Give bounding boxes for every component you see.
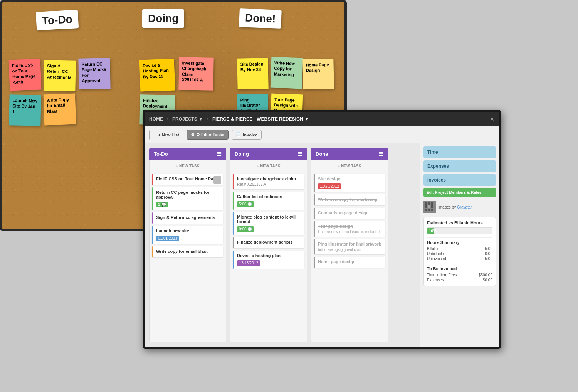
svg-rect-9 bbox=[431, 209, 434, 211]
invoice-row-expenses: Expenses $0.00 bbox=[427, 278, 492, 283]
task-title: Return CC page mocks for approval bbox=[156, 190, 220, 199]
task-card[interactable]: Write copy for email blast bbox=[152, 246, 223, 257]
task-note: Ensure new menu layout is included bbox=[318, 230, 382, 234]
task-card[interactable]: Finalize deployment scripts bbox=[233, 237, 304, 248]
task-card[interactable]: Return CC page mocks for approval 1 💬 bbox=[152, 187, 223, 210]
hours-summary-title: Hours Summary bbox=[427, 237, 492, 245]
edit-members-button[interactable]: Edit Project Members & Rates bbox=[423, 188, 496, 197]
task-title: Sign & Return cc agreements bbox=[156, 215, 220, 220]
sticky-s4: Devise a Hosting Plan By Dec 15 bbox=[139, 59, 175, 91]
nav-home[interactable]: HOME bbox=[149, 116, 163, 122]
col-body-done: + NEW TASK Site design 11/28/2012 Write … bbox=[311, 160, 388, 342]
task-due-date: 01/01/2013 bbox=[156, 236, 179, 241]
task-card[interactable]: Site design 11/28/2012 bbox=[314, 174, 385, 192]
task-card[interactable]: Ping illustrator for final artwork bobdr… bbox=[314, 239, 385, 254]
plus-icon: + bbox=[153, 132, 156, 138]
col-body-todo: + NEW TASK Fix IE CSS on Tour Home Page … bbox=[149, 160, 226, 342]
svg-rect-4 bbox=[425, 205, 427, 208]
svg-rect-1 bbox=[425, 202, 427, 205]
task-title: Devise a hosting plan bbox=[237, 253, 301, 258]
clock-icon: 🕐 bbox=[247, 202, 252, 206]
new-list-button[interactable]: + + New List bbox=[149, 130, 183, 140]
task-title: Write new copy for marketing bbox=[318, 197, 382, 202]
chat-icon: 💬 bbox=[161, 202, 166, 207]
progress-bar-fill: 10% bbox=[427, 228, 434, 234]
close-icon[interactable]: ✕ bbox=[490, 116, 494, 122]
invoice-icon: 📄 bbox=[236, 132, 241, 137]
grid-icon: ⋮⋮ bbox=[481, 131, 494, 139]
new-task-todo[interactable]: + NEW TASK bbox=[152, 162, 223, 170]
task-badge: 1 💬 bbox=[156, 202, 168, 207]
tab-expenses[interactable]: Expenses bbox=[423, 160, 496, 172]
task-card[interactable]: Gather list of redirects 5:00 🕐 bbox=[233, 192, 304, 210]
cork-label-done: Done! bbox=[239, 8, 282, 29]
col-menu-icon[interactable]: ☰ bbox=[217, 151, 222, 157]
task-title: Gather list of redirects bbox=[237, 194, 301, 199]
hours-row-billable: Billable 5:00 bbox=[427, 246, 492, 251]
sticky-s10: Write Copy for Email Blast bbox=[44, 94, 76, 126]
task-title: Write copy for email blast bbox=[156, 249, 220, 254]
task-card[interactable]: Fix IE CSS on Tour Home Page bbox=[152, 174, 223, 185]
gravatar-link[interactable]: Gravatar bbox=[457, 205, 472, 209]
task-card[interactable]: Migrate blog content to jekyll format 0:… bbox=[233, 212, 304, 235]
task-card[interactable]: Comparison page design bbox=[314, 208, 385, 219]
app-nav: HOME › PROJECTS ▼ › PIERCE & PIERCE - WE… bbox=[144, 112, 499, 126]
svg-rect-6 bbox=[431, 205, 434, 208]
task-time-badge: 5:00 🕐 bbox=[237, 201, 254, 207]
task-card[interactable]: Investigate chargeback claim Ref # X2511… bbox=[233, 174, 304, 189]
task-title: Comparison page design bbox=[318, 210, 382, 215]
sticky-s1: Fix IE CSS on Tour Home Page -Seth bbox=[9, 59, 42, 91]
task-title: Site design bbox=[318, 177, 382, 181]
clock-icon: 🕐 bbox=[247, 227, 252, 231]
new-task-done[interactable]: + NEW TASK bbox=[314, 162, 385, 170]
gravatar-text: Images by Gravatar bbox=[438, 205, 472, 209]
filter-tasks-button[interactable]: ⚙ ⚙ Filter Tasks bbox=[187, 130, 229, 140]
task-subtitle: Ref # X251107.A bbox=[237, 182, 301, 187]
sticky-s7: Write New Copy for Marketing bbox=[271, 57, 303, 89]
col-menu-icon[interactable]: ☰ bbox=[298, 151, 302, 157]
task-date: 11/28/2012 bbox=[318, 183, 341, 189]
hours-row-uninvoiced: Uninvoiced 5:00 bbox=[427, 256, 492, 261]
task-card[interactable]: Write new copy for marketing bbox=[314, 194, 385, 205]
task-card[interactable]: Devise a hosting plan 12/15/2012 bbox=[233, 251, 304, 269]
svg-rect-3 bbox=[431, 202, 434, 205]
sticky-s9: Launch New Site By Jan 1 bbox=[9, 94, 41, 126]
nav-projects[interactable]: PROJECTS ▼ bbox=[172, 116, 203, 122]
task-due-date: 12/15/2012 bbox=[237, 260, 260, 266]
invoice-section: To Be Invoiced Time + Item Fees $500.00 … bbox=[427, 264, 492, 283]
col-body-doing: + NEW TASK Investigate chargeback claim … bbox=[230, 160, 307, 342]
filter-icon: ⚙ bbox=[191, 132, 195, 137]
sticky-s5: Investigate Chargeback Claim X251107.A bbox=[178, 57, 213, 91]
kanban-col-todo: To-Do ☰ + NEW TASK Fix IE CSS on Tour Ho… bbox=[149, 148, 226, 342]
task-time-badge: 0:00 🕐 bbox=[237, 226, 254, 232]
task-card[interactable]: Launch new site 01/01/2013 bbox=[152, 226, 223, 244]
task-card[interactable]: Home page design bbox=[314, 257, 385, 268]
svg-rect-5 bbox=[428, 205, 430, 208]
cork-label-todo: To-Do bbox=[36, 10, 79, 30]
app-toolbar: + + New List ⚙ ⚙ Filter Tasks 📄 Invoice … bbox=[144, 126, 499, 143]
tab-time[interactable]: Time bbox=[423, 146, 496, 158]
kanban-area: To-Do ☰ + NEW TASK Fix IE CSS on Tour Ho… bbox=[144, 143, 420, 347]
app-window: HOME › PROJECTS ▼ › PIERCE & PIERCE - WE… bbox=[143, 110, 501, 349]
nav-sep1: › bbox=[167, 116, 168, 122]
progress-bar: 10% bbox=[427, 227, 492, 234]
nav-sep2: › bbox=[207, 116, 208, 122]
task-title: Finalize deployment scripts bbox=[237, 240, 301, 244]
task-card[interactable]: Tour page design Ensure new menu layout … bbox=[314, 221, 385, 237]
task-attachment-icon bbox=[213, 176, 221, 184]
invoice-button[interactable]: 📄 Invoice bbox=[232, 130, 262, 140]
svg-rect-2 bbox=[428, 202, 430, 205]
task-card[interactable]: Sign & Return cc agreements bbox=[152, 212, 223, 224]
nav-project-name[interactable]: PIERCE & PIERCE - WEBSITE REDESIGN ▼ bbox=[212, 116, 309, 122]
tab-invoices[interactable]: Invoices bbox=[423, 174, 496, 186]
task-title: Tour page design bbox=[318, 224, 382, 229]
kanban-col-done: Done ☰ + NEW TASK Site design 11/28/2012… bbox=[311, 148, 388, 342]
sticky-s2: Sign & Return CC Agreements bbox=[44, 60, 76, 91]
to-be-invoiced-title: To Be Invoiced bbox=[427, 266, 492, 271]
right-sidebar: Time Expenses Invoices Edit Project Memb… bbox=[420, 143, 499, 347]
col-menu-icon[interactable]: ☰ bbox=[379, 151, 383, 157]
invoice-row-fees: Time + Item Fees $500.00 bbox=[427, 273, 492, 278]
task-title: Investigate chargeback claim bbox=[237, 177, 301, 181]
new-task-doing[interactable]: + NEW TASK bbox=[233, 162, 304, 170]
avatar bbox=[423, 201, 436, 213]
